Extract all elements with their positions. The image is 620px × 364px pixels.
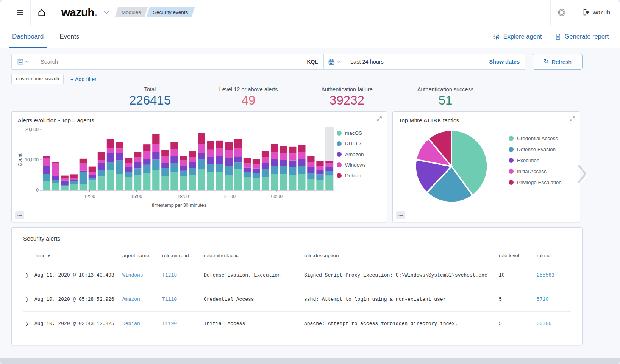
saved-query-button[interactable] bbox=[11, 54, 35, 70]
bar-segment-RHEL7[interactable] bbox=[152, 159, 159, 170]
bar-segment-macOS[interactable] bbox=[107, 170, 114, 190]
tab-dashboard[interactable]: Dashboard bbox=[11, 25, 44, 48]
bar-segment-macOS[interactable] bbox=[116, 174, 123, 190]
legend-item-rhel7[interactable]: RHEL7 bbox=[337, 141, 381, 147]
bar-segment-macOS[interactable] bbox=[307, 179, 314, 190]
bar-segment-Amazon[interactable] bbox=[271, 159, 278, 166]
bar-segment-RHEL7[interactable] bbox=[316, 174, 323, 180]
legend-item-amazon[interactable]: Amazon bbox=[337, 152, 381, 157]
bar-segment-Windows[interactable] bbox=[134, 158, 141, 162]
search-input[interactable] bbox=[35, 59, 301, 65]
bar-segment-Debian[interactable] bbox=[189, 151, 196, 158]
bar-segment-Amazon[interactable] bbox=[170, 156, 178, 163]
bar-segment-macOS[interactable] bbox=[134, 175, 141, 190]
bar-segment-RHEL7[interactable] bbox=[289, 167, 296, 175]
bar-segment-Windows[interactable] bbox=[61, 179, 69, 181]
bar-segment-RHEL7[interactable] bbox=[207, 164, 214, 172]
expand-panel-icon[interactable] bbox=[570, 116, 575, 122]
bar-segment-Amazon[interactable] bbox=[207, 157, 214, 164]
bar-segment-Amazon[interactable] bbox=[189, 162, 196, 168]
bar-segment-RHEL7[interactable] bbox=[198, 159, 205, 170]
bar-segment-macOS[interactable] bbox=[289, 175, 296, 190]
bar-segment-Debian[interactable] bbox=[244, 158, 251, 163]
bar-segment-Amazon[interactable] bbox=[234, 156, 242, 162]
inspect-chart-button[interactable] bbox=[15, 211, 24, 219]
bottom-scrollbar[interactable] bbox=[0, 358, 620, 364]
column-header-rule-mitre-tactic[interactable]: rule.mitre.tactic bbox=[204, 253, 304, 258]
add-filter-button[interactable]: + Add filter bbox=[70, 76, 97, 82]
bar-segment-Amazon[interactable] bbox=[289, 161, 296, 167]
wazuh-logo[interactable]: wazuh. bbox=[61, 6, 97, 19]
bar-segment-Debian[interactable] bbox=[152, 134, 159, 144]
bar-segment-Amazon[interactable] bbox=[152, 152, 159, 159]
bar-segment-Windows[interactable] bbox=[80, 164, 87, 171]
bar-segment-Debian[interactable] bbox=[271, 144, 278, 152]
bar-segment-RHEL7[interactable] bbox=[271, 166, 278, 174]
bar-segment-macOS[interactable] bbox=[43, 181, 50, 190]
expand-panel-icon[interactable] bbox=[376, 116, 382, 122]
bar-segment-RHEL7[interactable] bbox=[161, 168, 169, 176]
bar-segment-Windows[interactable] bbox=[289, 153, 296, 160]
legend-item-execution[interactable]: Execution bbox=[509, 158, 562, 163]
bar-segment-macOS[interactable] bbox=[125, 177, 132, 190]
bar-segment-Windows[interactable] bbox=[98, 160, 105, 163]
bar-segment-macOS[interactable] bbox=[298, 174, 305, 190]
bar-segment-macOS[interactable] bbox=[234, 169, 242, 190]
bar-segment-Debian[interactable] bbox=[143, 144, 150, 151]
cell-rule-id[interactable]: 30306 bbox=[537, 321, 571, 327]
bar-segment-Debian[interactable] bbox=[125, 158, 132, 163]
bar-segment-macOS[interactable] bbox=[198, 170, 205, 190]
menu-button[interactable] bbox=[10, 0, 30, 25]
bar-segment-Windows[interactable] bbox=[234, 148, 242, 156]
bar-segment-Amazon[interactable] bbox=[61, 180, 69, 185]
column-header-rule-mitre-id[interactable]: rule.mitre.id bbox=[162, 253, 204, 258]
cell-rule-mitre-id[interactable]: T1190 bbox=[162, 321, 204, 327]
bar-segment-Windows[interactable] bbox=[170, 149, 178, 156]
bar-segment-Amazon[interactable] bbox=[98, 163, 105, 170]
bar-segment-Debian[interactable] bbox=[107, 139, 114, 148]
inspect-chart-button[interactable] bbox=[396, 211, 405, 219]
bar-segment-Windows[interactable] bbox=[107, 148, 114, 153]
bar-segment-macOS[interactable] bbox=[52, 183, 59, 190]
bar-segment-macOS[interactable] bbox=[70, 184, 78, 190]
bar-segment-RHEL7[interactable] bbox=[280, 166, 287, 175]
bar-segment-Amazon[interactable] bbox=[161, 163, 169, 168]
cell-rule-mitre-id[interactable]: T1110 bbox=[162, 297, 204, 302]
stat-auth-failure[interactable]: Authentication failure 39232 bbox=[298, 86, 396, 108]
cell-rule-mitre-id[interactable]: T1218 bbox=[162, 272, 204, 278]
bar-segment-Debian[interactable] bbox=[134, 152, 141, 157]
tab-events[interactable]: Events bbox=[59, 25, 80, 48]
column-header-rule-id[interactable]: rule.id bbox=[537, 253, 571, 258]
legend-item-macos[interactable]: macOS bbox=[337, 130, 381, 136]
stat-level-12[interactable]: Level 12 or above alerts 49 bbox=[199, 86, 298, 108]
bar-segment-Amazon[interactable] bbox=[316, 170, 323, 174]
bar-segment-Debian[interactable] bbox=[216, 141, 223, 148]
breadcrumb-modules[interactable]: Modules bbox=[115, 7, 148, 17]
bar-segment-RHEL7[interactable] bbox=[134, 168, 141, 175]
bar-segment-macOS[interactable] bbox=[143, 173, 150, 190]
generate-report-button[interactable]: Generate report bbox=[555, 33, 609, 40]
bar-segment-Debian[interactable] bbox=[280, 146, 287, 153]
bar-segment-RHEL7[interactable] bbox=[52, 180, 59, 183]
bar-segment-RHEL7[interactable] bbox=[253, 173, 260, 178]
bar-segment-Windows[interactable] bbox=[180, 161, 187, 166]
bar-segment-Debian[interactable] bbox=[234, 139, 242, 148]
date-range-value[interactable]: Last 24 hours bbox=[345, 59, 484, 65]
bar-segment-Debian[interactable] bbox=[170, 142, 178, 149]
bar-segment-Windows[interactable] bbox=[189, 158, 196, 162]
legend-item-privilege-escalation[interactable]: Privilege Escalation bbox=[509, 180, 562, 185]
stat-total[interactable]: Total 226415 bbox=[101, 86, 199, 108]
bar-segment-macOS[interactable] bbox=[280, 174, 287, 190]
health-status-button[interactable] bbox=[551, 0, 573, 25]
bar-segment-RHEL7[interactable] bbox=[125, 172, 132, 177]
column-header-time[interactable]: Time▼ bbox=[23, 253, 122, 258]
expand-row-icon[interactable] bbox=[25, 273, 29, 278]
bar-segment-Windows[interactable] bbox=[125, 163, 132, 167]
bar-segment-Windows[interactable] bbox=[207, 150, 214, 157]
bar-segment-Amazon[interactable] bbox=[134, 162, 141, 169]
stat-auth-success[interactable]: Authentication success 51 bbox=[396, 86, 495, 108]
bar-segment-Amazon[interactable] bbox=[70, 180, 78, 181]
bar-segment-Amazon[interactable] bbox=[280, 160, 287, 166]
bar-segment-macOS[interactable] bbox=[271, 174, 278, 190]
kql-toggle[interactable]: KQL bbox=[301, 59, 323, 65]
